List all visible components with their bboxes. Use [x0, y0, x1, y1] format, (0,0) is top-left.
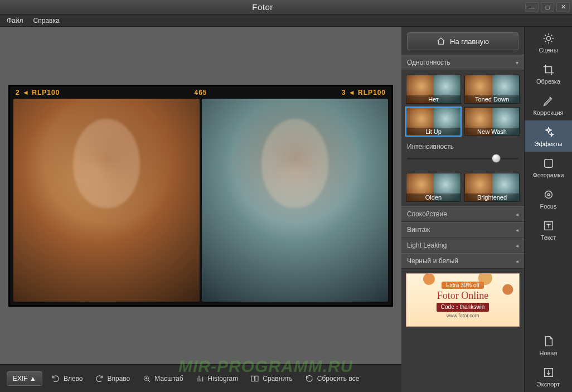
zoom-icon — [142, 374, 151, 383]
tool-scenes[interactable]: Сцены — [525, 27, 572, 58]
text-icon — [542, 220, 555, 232]
promo-code: Code：thankswin — [437, 303, 489, 312]
promo-tag: Extra 30% off — [442, 282, 484, 289]
section-collapsed[interactable]: Light Leaking◂ — [401, 238, 524, 253]
file-icon — [542, 335, 555, 347]
intensity-control: Интенсивность — [401, 141, 524, 168]
tool-crop[interactable]: Обрезка — [525, 58, 572, 89]
reset-icon — [305, 374, 314, 383]
chevron-left-icon: ◂ — [516, 227, 518, 233]
svg-rect-1 — [251, 376, 254, 381]
zoom-button[interactable]: Масштаб — [139, 372, 186, 385]
effect-thumb[interactable]: Нет — [406, 75, 461, 104]
section-collapsed[interactable]: Винтаж◂ — [401, 222, 524, 238]
export-icon — [542, 366, 555, 379]
film-mark-left: 2 ◄ RLP100 — [16, 89, 60, 96]
svg-rect-2 — [255, 376, 258, 381]
effect-thumb-selected[interactable]: Lit Up — [406, 107, 461, 136]
bottom-toolbar: EXIF ▲ Влево Вправо Масштаб Histogram Ср… — [0, 364, 401, 392]
tool-frames[interactable]: Фоторамки — [525, 152, 572, 183]
section-collapsed[interactable]: Спокойствие◂ — [401, 206, 524, 222]
chevron-left-icon: ◂ — [516, 258, 518, 264]
target-icon — [542, 188, 555, 201]
section-collapsed[interactable]: Черный и белый◂ — [401, 253, 524, 269]
effect-thumbs-top: Нет Toned Down Lit Up New Wash — [401, 70, 524, 141]
window-title: Fotor — [252, 2, 273, 12]
film-mark-center: 465 — [194, 89, 207, 96]
tool-column: Сцены Обрезка Коррекция Эффекты Фоторамк… — [524, 27, 572, 392]
tool-adjust[interactable]: Коррекция — [525, 89, 572, 120]
reset-button[interactable]: Сбросить все — [302, 372, 363, 385]
menu-file[interactable]: Файл — [7, 17, 23, 25]
titlebar: Fotor — □ ✕ — [0, 0, 572, 14]
svg-rect-4 — [544, 159, 552, 168]
svg-point-5 — [545, 191, 552, 199]
rotate-right-button[interactable]: Вправо — [91, 372, 133, 385]
histogram-button[interactable]: Histogram — [192, 372, 242, 385]
film-mark-right: 3 ◄ RLP100 — [342, 89, 386, 96]
pencil-icon — [542, 95, 555, 107]
promo-banner[interactable]: Extra 30% off Fotor Online Code：thankswi… — [406, 273, 520, 327]
menu-help[interactable]: Справка — [33, 17, 60, 25]
chevron-left-icon: ◂ — [516, 243, 518, 249]
film-frame: 2 ◄ RLP100 465 3 ◄ RLP100 — [8, 85, 393, 307]
home-icon — [437, 37, 445, 46]
exif-button[interactable]: EXIF ▲ — [7, 371, 42, 386]
svg-point-6 — [547, 193, 550, 196]
home-button[interactable]: На главную — [407, 32, 518, 50]
maximize-button[interactable]: □ — [541, 2, 554, 12]
canvas-area[interactable]: 2 ◄ RLP100 465 3 ◄ RLP100 — [0, 27, 401, 364]
tool-effects[interactable]: Эффекты — [525, 120, 572, 152]
section-current[interactable]: Одногонность ▾ — [401, 55, 524, 70]
close-button[interactable]: ✕ — [556, 2, 570, 12]
effect-thumb[interactable]: New Wash — [464, 107, 520, 136]
canvas-column: 2 ◄ RLP100 465 3 ◄ RLP100 EXIF ▲ Влево В… — [0, 27, 401, 392]
minimize-button[interactable]: — — [525, 2, 539, 12]
effect-thumb[interactable]: Olden — [406, 173, 461, 202]
effect-thumbs-bottom: Olden Brightened — [401, 168, 524, 206]
intensity-label: Интенсивность — [407, 143, 518, 151]
tool-export[interactable]: Экспорт — [525, 361, 572, 392]
histogram-icon — [196, 374, 205, 383]
effects-panel: На главную Одногонность ▾ Нет Toned Down… — [401, 27, 524, 392]
crop-icon — [542, 64, 555, 76]
menubar: Файл Справка — [0, 14, 572, 27]
promo-title: Fotor Online — [437, 290, 489, 302]
chevron-left-icon: ◂ — [516, 211, 518, 217]
tool-focus[interactable]: Focus — [525, 183, 572, 214]
preview-image-effect — [202, 99, 388, 302]
effect-thumb[interactable]: Toned Down — [464, 75, 520, 104]
chevron-down-icon: ▾ — [516, 60, 518, 66]
rotate-left-icon — [51, 374, 60, 383]
intensity-slider[interactable] — [407, 154, 518, 163]
promo-url: www.fotor.com — [447, 313, 479, 318]
compare-button[interactable]: Сравнить — [247, 372, 295, 385]
effect-thumb[interactable]: Brightened — [464, 173, 520, 202]
frame-icon — [542, 157, 555, 170]
slider-knob[interactable] — [492, 154, 501, 163]
rotate-right-icon — [95, 374, 104, 383]
tool-text[interactable]: Текст — [525, 214, 572, 245]
preview-image-original — [13, 99, 200, 302]
sun-icon — [542, 32, 555, 45]
tool-new[interactable]: Новая — [525, 330, 572, 361]
sparkle-icon — [542, 126, 555, 138]
svg-point-3 — [546, 36, 550, 40]
compare-icon — [250, 374, 259, 383]
rotate-left-button[interactable]: Влево — [48, 372, 86, 385]
